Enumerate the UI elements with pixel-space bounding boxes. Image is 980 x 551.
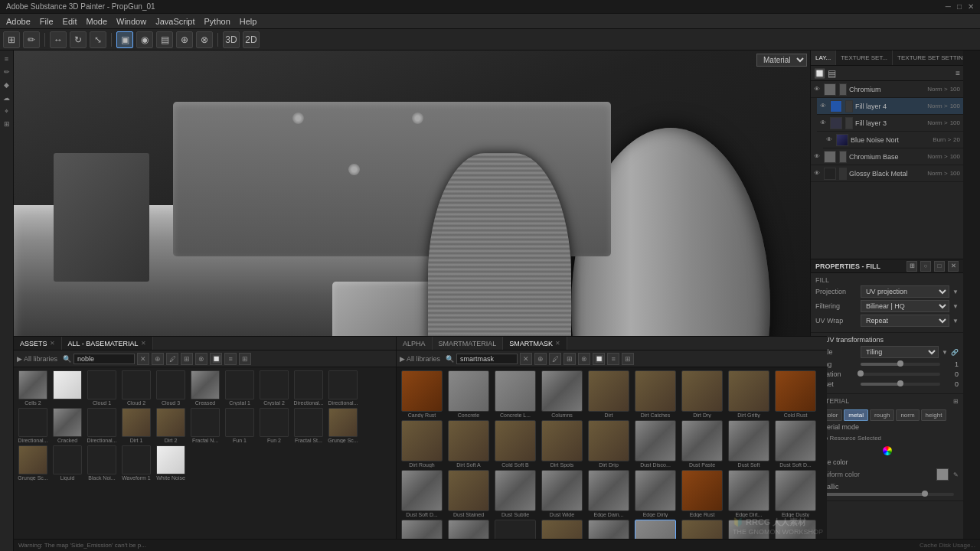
smart-search-clear[interactable]: ✕ — [520, 353, 532, 365]
smart-item-25[interactable]: Edge Dirt... — [727, 470, 771, 517]
layer-visibility-icon[interactable]: 👁 — [820, 119, 828, 126]
props-icon-1[interactable]: ⊞ — [906, 261, 917, 272]
asset-item-4[interactable]: Cloud 3 — [155, 370, 187, 406]
layer-visibility-icon[interactable]: 👁 — [814, 86, 822, 93]
layer-fill-3[interactable]: 👁 Fill layer 3 Norm > 100 — [817, 115, 963, 132]
sidebar-icon-disp[interactable]: ⊞ — [2, 119, 12, 129]
mat-btn-height[interactable]: height — [921, 409, 947, 421]
tab-texture-settings[interactable]: TEXTURE SET SETTIN... — [893, 51, 963, 65]
layer-glossy-black[interactable]: 👁 Glossy Black Metal Norm > 100 — [811, 165, 963, 182]
mat-btn-norm[interactable]: norm — [896, 409, 919, 421]
assets-btn-1[interactable]: ⊕ — [152, 353, 164, 365]
uv-transform-header[interactable]: ▼ UV transformations — [815, 336, 959, 344]
tab-layers[interactable]: LAY... — [811, 51, 836, 65]
smart-item-33[interactable]: Moss — [680, 520, 724, 539]
layer-visibility-icon[interactable]: 👁 — [820, 103, 828, 109]
smart-btn-3[interactable]: ⊞ — [564, 353, 576, 365]
add-paint-layer-btn[interactable]: 🔲 — [814, 68, 825, 79]
smart-item-31[interactable]: Gun Edges — [586, 520, 631, 539]
tool-3d[interactable]: 3D — [223, 31, 240, 48]
smart-item-4[interactable]: Dirt — [586, 370, 631, 418]
smart-item-27[interactable]: Edge Lower — [400, 520, 444, 539]
menu-adobe[interactable]: Adobe — [6, 17, 31, 26]
tab-assets[interactable]: ASSETS ✕ — [14, 337, 62, 350]
assets-btn-5[interactable]: 🔲 — [210, 353, 222, 365]
smart-item-20[interactable]: Dust Subtle — [493, 470, 537, 517]
smart-item-30[interactable]: Ground Grit — [540, 520, 584, 539]
assets-btn-3[interactable]: ⊞ — [181, 353, 193, 365]
smart-item-26[interactable]: Edge Dusty — [773, 470, 818, 517]
menu-window[interactable]: Window — [116, 17, 146, 26]
smart-item-14[interactable]: Dust Disco... — [633, 420, 678, 468]
asset-item-6[interactable]: Crystal 1 — [224, 370, 256, 406]
smart-item-1[interactable]: Concrete — [446, 370, 491, 418]
asset-item-22[interactable]: Black Noi... — [86, 445, 118, 481]
layer-visibility-icon[interactable]: 👁 — [814, 170, 822, 177]
sidebar-icon-layers[interactable]: ≡ — [2, 54, 12, 64]
menu-file[interactable]: File — [40, 17, 54, 26]
filtering-select[interactable]: Bilinear | HQ — [861, 300, 949, 312]
smart-all-libraries[interactable]: ▶ All libraries — [400, 355, 440, 363]
tool-clone[interactable]: ⊗ — [196, 31, 213, 48]
layer-visibility-icon[interactable]: 👁 — [826, 136, 834, 143]
menu-python[interactable]: Python — [204, 17, 230, 26]
smart-view-toggle[interactable]: ⊞ — [622, 353, 634, 365]
mat-btn-metal[interactable]: metal — [844, 409, 868, 421]
scale-select[interactable]: Tiling — [861, 346, 939, 358]
assets-search-clear[interactable]: ✕ — [137, 353, 149, 365]
smart-item-23[interactable]: Edge Dirty — [633, 470, 678, 517]
asset-item-3[interactable]: Cloud 2 — [120, 370, 152, 406]
layer-chromium[interactable]: 👁 Chromium Norm > 100 — [811, 81, 963, 98]
smart-btn-6[interactable]: ≡ — [607, 353, 619, 365]
smart-btn-4[interactable]: ⊗ — [578, 353, 590, 365]
smart-item-3[interactable]: Columns — [540, 370, 584, 418]
smartmask-close-icon[interactable]: ✕ — [555, 340, 560, 347]
tool-stamp[interactable]: ⊕ — [176, 31, 193, 48]
asset-item-12[interactable]: Directional... — [86, 408, 118, 443]
smart-btn-2[interactable]: 🖊 — [549, 353, 561, 365]
smart-item-6[interactable]: Dirt Dry — [680, 370, 724, 418]
assets-close-icon[interactable]: ✕ — [50, 340, 55, 347]
smart-item-8[interactable]: Cold Rust — [773, 370, 818, 418]
smart-item-13[interactable]: Dirt Drip — [586, 420, 631, 468]
props-icon-2[interactable]: ○ — [920, 261, 931, 272]
tab-smartmaterial[interactable]: SMARTMATERIAL — [433, 337, 504, 350]
smart-item-18[interactable]: Dust Soft D... — [400, 470, 444, 517]
metallic-slider[interactable] — [820, 493, 954, 496]
close-btn[interactable]: ✕ — [968, 2, 974, 11]
smart-item-7[interactable]: Dirt Gritty — [727, 370, 771, 418]
maximize-btn[interactable]: □ — [957, 2, 962, 11]
props-expand-btn[interactable]: □ — [934, 261, 945, 272]
assets-btn-2[interactable]: 🖊 — [166, 353, 178, 365]
asset-item-17[interactable]: Fun 2 — [258, 408, 290, 443]
asset-item-7[interactable]: Crystal 2 — [258, 370, 290, 406]
layer-options-btn[interactable]: ≡ — [956, 69, 960, 77]
offset-slider[interactable] — [861, 383, 940, 386]
asset-item-10[interactable]: Directional... — [17, 408, 49, 443]
assets-view-toggle[interactable]: ⊞ — [239, 353, 251, 365]
layer-visibility-icon[interactable]: 👁 — [814, 153, 822, 160]
all-libraries-btn[interactable]: ▶ All libraries — [17, 355, 57, 363]
basematerial-close-icon[interactable]: ✕ — [141, 340, 146, 347]
asset-item-14[interactable]: Dirt 2 — [155, 408, 187, 443]
asset-item-11[interactable]: Cracked — [51, 408, 83, 443]
smart-item-9[interactable]: Dirt Rough — [400, 420, 444, 468]
smart-item-15[interactable]: Dust Paste — [680, 420, 724, 468]
smart-btn-1[interactable]: ⊕ — [534, 353, 547, 365]
smart-item-34[interactable]: Metal Paint — [727, 520, 771, 539]
tool-fill[interactable]: ▤ — [156, 31, 173, 48]
asset-item-23[interactable]: Waveform 1 — [120, 445, 152, 481]
smart-item-17[interactable]: Dust Soft D... — [773, 420, 818, 468]
tab-texture-set[interactable]: TEXTURE SET... — [836, 51, 893, 65]
asset-item-9[interactable]: Directional... — [327, 370, 359, 406]
menu-javascript[interactable]: JavaScript — [155, 17, 194, 26]
mat-btn-rough[interactable]: rough — [870, 409, 894, 421]
tool-grid[interactable]: ⊞ — [3, 31, 20, 48]
asset-item-8[interactable]: Directional... — [292, 370, 325, 406]
props-close-btn[interactable]: ✕ — [948, 261, 959, 272]
layer-blue-noise[interactable]: 👁 Blue Noise Nort Burn > 20 — [823, 132, 963, 148]
smart-item-28[interactable]: Hard Chip... — [446, 520, 491, 539]
uvwrap-select[interactable]: Repeat — [861, 315, 949, 327]
assets-btn-6[interactable]: ≡ — [224, 353, 237, 365]
asset-item-24[interactable]: White Noise — [155, 445, 187, 481]
